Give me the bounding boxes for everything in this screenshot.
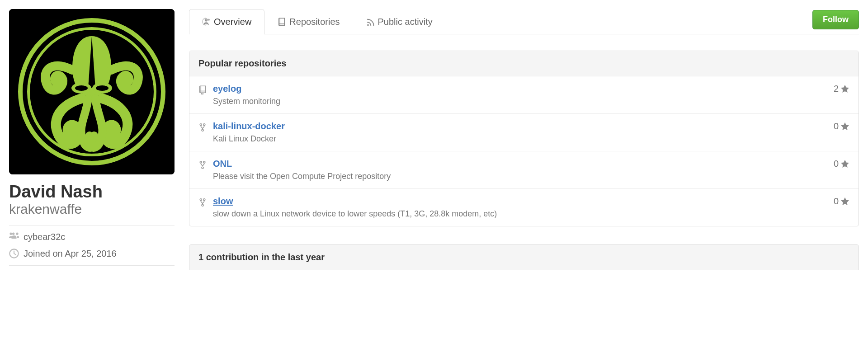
repo-stars[interactable]: 0: [834, 196, 849, 207]
person-icon: [202, 18, 210, 27]
rss-icon: [366, 18, 374, 27]
repo-stars[interactable]: 0: [834, 121, 849, 131]
tab-repositories[interactable]: Repositories: [264, 9, 353, 34]
repo-info: slowslow down a Linux network device to …: [213, 196, 827, 219]
repo-icon: [278, 18, 286, 27]
svg-point-16: [200, 199, 202, 201]
follow-button[interactable]: Follow: [812, 10, 859, 29]
avatar[interactable]: [9, 9, 175, 174]
repo-description: Please visit the Open Compute Project re…: [213, 172, 827, 181]
svg-point-5: [75, 85, 88, 91]
repo-row: eyelogSystem monitoring2: [189, 76, 859, 114]
contrib-header: 1 contribution in the last year: [189, 244, 859, 270]
star-count: 0: [834, 196, 839, 207]
org-name[interactable]: cybear32c: [24, 232, 65, 242]
repo-row: ONLPlease visit the Open Compute Project…: [189, 151, 859, 189]
repo-stars[interactable]: 0: [834, 159, 849, 169]
svg-point-15: [202, 167, 203, 169]
repo-stars[interactable]: 2: [834, 84, 849, 94]
organization-icon: [9, 232, 19, 242]
repo-link[interactable]: eyelog: [213, 84, 241, 94]
star-count: 0: [834, 121, 839, 131]
repo-row: kali-linux-dockerKali Linux Docker0: [189, 114, 859, 151]
svg-point-17: [203, 199, 205, 201]
divider: [9, 225, 175, 225]
panel-header: Popular repositories: [189, 51, 859, 76]
repo-info: eyelogSystem monitoring: [213, 84, 827, 106]
main-content: Overview Repositories Public activity Fo…: [189, 9, 859, 271]
svg-point-6: [96, 85, 108, 91]
star-icon: [840, 197, 849, 206]
clock-icon: [9, 249, 19, 258]
repo-link[interactable]: kali-linux-docker: [213, 121, 285, 131]
contributions-panel: 1 contribution in the last year: [189, 244, 859, 270]
star-icon: [840, 84, 849, 94]
repo-description: Kali Linux Docker: [213, 134, 827, 144]
svg-point-18: [202, 204, 203, 206]
svg-point-11: [203, 124, 205, 126]
repo-row: slowslow down a Linux network device to …: [189, 189, 859, 226]
username: krakenwaffe: [9, 202, 175, 217]
tab-label: Overview: [214, 17, 251, 27]
repo-description: System monitoring: [213, 97, 827, 106]
avatar-image: [9, 9, 175, 174]
fork-icon: [198, 198, 207, 207]
divider: [9, 265, 175, 266]
repo-link[interactable]: slow: [213, 196, 233, 206]
popular-repos-panel: Popular repositories eyelogSystem monito…: [189, 51, 859, 226]
repo-description: slow down a Linux network device to lowe…: [213, 209, 827, 219]
svg-point-14: [203, 161, 205, 163]
repo-info: kali-linux-dockerKali Linux Docker: [213, 121, 827, 144]
display-name: David Nash: [9, 183, 175, 202]
star-count: 0: [834, 159, 839, 169]
org-row: cybear32c: [9, 232, 175, 242]
tab-bar: Overview Repositories Public activity Fo…: [189, 9, 859, 34]
repo-link[interactable]: ONL: [213, 159, 232, 169]
repo-info: ONLPlease visit the Open Compute Project…: [213, 159, 827, 181]
svg-point-9: [367, 24, 369, 26]
tab-public-activity[interactable]: Public activity: [353, 9, 446, 34]
star-count: 2: [834, 84, 839, 94]
fork-icon: [198, 123, 207, 132]
star-icon: [840, 122, 849, 131]
tab-label: Public activity: [378, 17, 433, 27]
star-icon: [840, 160, 849, 169]
joined-row: Joined on Apr 25, 2016: [9, 249, 175, 259]
svg-point-10: [200, 124, 202, 126]
svg-point-13: [200, 161, 202, 163]
joined-date: Joined on Apr 25, 2016: [24, 249, 117, 259]
tab-overview[interactable]: Overview: [189, 9, 264, 34]
tab-label: Repositories: [289, 17, 340, 27]
profile-sidebar: David Nash krakenwaffe cybear32c Joined …: [9, 9, 175, 271]
svg-point-12: [202, 129, 203, 131]
repo-icon: [198, 85, 207, 94]
fork-icon: [198, 160, 207, 169]
